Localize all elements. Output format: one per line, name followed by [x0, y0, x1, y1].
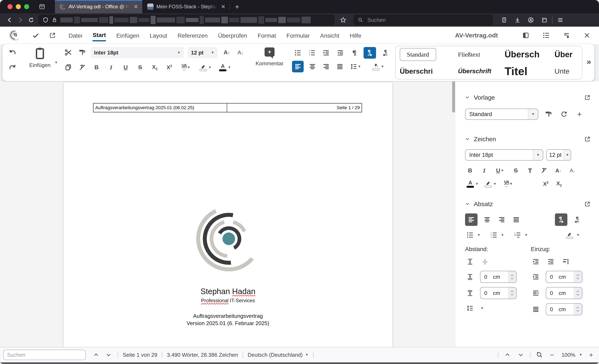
justify-icon[interactable]: [335, 62, 345, 71]
bullet-list-icon[interactable]: [293, 48, 303, 58]
tab-av-vertrag[interactable]: AV-Vertrag.odt - Office @ Hada ✕: [55, 0, 142, 13]
tab-close-icon[interactable]: ✕: [133, 4, 139, 10]
ribbon-expand-icon[interactable]: »: [587, 57, 591, 66]
grow-font-icon[interactable]: A↑: [553, 166, 563, 176]
word-count[interactable]: 3.490 Wörter, 28.386 Zeichen: [167, 352, 238, 358]
line-spacing-icon[interactable]: ▼: [349, 62, 363, 71]
highlight-color-icon[interactable]: ▼: [483, 179, 497, 189]
bold-icon[interactable]: B: [465, 166, 475, 176]
previous-page-icon[interactable]: [503, 350, 512, 359]
sidebar-font-size-combo[interactable]: 12 pt ▼: [546, 149, 571, 160]
collapse-chevron-icon[interactable]: [465, 95, 470, 100]
language-selector[interactable]: Deutsch (Deutschland): [248, 352, 303, 358]
formatting-marks-icon[interactable]: ¶: [349, 48, 359, 58]
popout-icon[interactable]: [584, 136, 591, 142]
address-bar[interactable]: [38, 15, 335, 25]
menu-layout[interactable]: Layout: [150, 30, 167, 41]
first-line-indent-spinner[interactable]: 0cm: [546, 303, 582, 315]
decrease-indent-icon[interactable]: [546, 257, 556, 267]
shadow-icon[interactable]: T: [525, 166, 535, 176]
chevron-down-icon[interactable]: ▼: [501, 233, 504, 237]
chevron-down-icon[interactable]: ▼: [477, 233, 480, 237]
section-absatz-header[interactable]: Absatz: [465, 201, 593, 208]
stepper-icons[interactable]: [574, 304, 582, 315]
menu-referenzen[interactable]: Referenzen: [178, 30, 208, 41]
decrease-indent-icon[interactable]: [335, 48, 345, 58]
stepper-icons[interactable]: [574, 271, 582, 283]
paste-button[interactable]: Einfügen: [27, 47, 53, 68]
collapse-chevron-icon[interactable]: [465, 136, 470, 142]
zoom-out-icon[interactable]: −: [547, 350, 556, 359]
chevron-down-icon[interactable]: ▼: [208, 51, 214, 54]
sidebar-toggle-icon[interactable]: [521, 31, 530, 40]
document-page[interactable]: Auftragsverarbeitungsvertrag 2025.01 (06…: [64, 82, 392, 347]
zoom-level[interactable]: 100%: [562, 352, 575, 358]
popout-icon[interactable]: [584, 201, 591, 207]
outline-list-icon[interactable]: [512, 230, 522, 240]
search-next-icon[interactable]: [104, 350, 113, 359]
forward-icon[interactable]: [15, 15, 26, 25]
close-document-icon[interactable]: [582, 31, 591, 40]
back-icon[interactable]: [4, 15, 15, 25]
menu-hilfe[interactable]: Hilfe: [350, 30, 361, 41]
chevron-down-icon[interactable]: ▼: [528, 109, 538, 119]
zoom-reset-icon[interactable]: [535, 350, 544, 359]
hanging-indent-icon[interactable]: [561, 257, 571, 267]
cover-version-block[interactable]: Auftragsverarbeitungsvertrag Version 202…: [64, 312, 392, 327]
section-vorlage-header[interactable]: Vorlage: [465, 94, 593, 101]
increase-indent-icon[interactable]: [321, 48, 331, 58]
superscript-icon[interactable]: X2: [541, 179, 551, 189]
menu-start[interactable]: Start: [93, 29, 106, 41]
style-ueberschrift-4[interactable]: Überschrift: [454, 68, 500, 75]
tab-close-icon[interactable]: ✕: [220, 4, 226, 10]
clone-formatting-icon[interactable]: [77, 47, 87, 57]
sidebar-font-name-combo[interactable]: Inter 18pt ▼: [465, 149, 543, 160]
rtl-paragraph-icon[interactable]: [380, 48, 390, 58]
rtl-paragraph-icon[interactable]: [572, 215, 582, 225]
macos-window-controls[interactable]: [0, 0, 35, 13]
grow-font-icon[interactable]: A↑: [222, 47, 232, 57]
numbered-list-icon[interactable]: [489, 230, 499, 240]
navigator-list-icon[interactable]: [542, 31, 551, 40]
stepper-icons[interactable]: [574, 287, 582, 299]
header-right-cell[interactable]: Seite 1 / 29: [227, 103, 362, 112]
increase-spacing-icon[interactable]: [465, 257, 475, 267]
account-icon[interactable]: [525, 15, 536, 25]
password-vault-icon[interactable]: [499, 15, 510, 25]
indent-after-spinner[interactable]: 0cm: [546, 287, 582, 299]
style-fliesstext[interactable]: Fließtext: [454, 51, 500, 58]
chevron-down-icon[interactable]: ▼: [174, 51, 181, 54]
cut-icon[interactable]: [63, 47, 73, 57]
header-left-cell[interactable]: Auftragsverarbeitungsvertrag 2025.01 (06…: [93, 103, 227, 112]
next-page-icon[interactable]: [516, 350, 525, 359]
refresh-style-icon[interactable]: [559, 109, 569, 119]
new-style-plus-icon[interactable]: +: [574, 109, 584, 119]
paragraph-highlight-icon[interactable]: [564, 230, 574, 240]
update-style-roller-icon[interactable]: [544, 109, 554, 119]
save-status-check-icon[interactable]: [31, 31, 40, 40]
shield-icon[interactable]: [43, 17, 49, 23]
browser-search-field[interactable]: [353, 15, 493, 25]
character-spacing-icon[interactable]: VA↔▼: [501, 179, 516, 189]
cover-title-block[interactable]: Stephan Hadan Professional IT-Services: [64, 287, 392, 303]
search-previous-icon[interactable]: [91, 350, 101, 359]
menu-formular[interactable]: Formular: [286, 30, 310, 41]
browser-search-input[interactable]: [366, 17, 489, 24]
minimize-window-button[interactable]: [16, 4, 21, 9]
document-canvas[interactable]: Auftragsverarbeitungsvertrag 2025.01 (06…: [0, 81, 456, 347]
undo-icon[interactable]: [8, 47, 18, 57]
chevron-down-icon[interactable]: ▼: [525, 233, 528, 237]
line-spacing-icon[interactable]: [465, 303, 475, 313]
underline-icon[interactable]: U: [121, 62, 131, 72]
downloads-icon[interactable]: [512, 15, 523, 25]
style-untertitel[interactable]: Unte: [550, 67, 580, 75]
shrink-font-icon[interactable]: A↓: [567, 166, 577, 176]
decrease-spacing-icon[interactable]: [480, 257, 490, 267]
ltr-paragraph-icon[interactable]: [555, 213, 567, 226]
menu-format[interactable]: Format: [258, 30, 276, 41]
chevron-down-icon[interactable]: ▼: [305, 353, 308, 357]
align-right-icon[interactable]: [497, 215, 507, 225]
resolved-comments-icon[interactable]: [562, 31, 571, 40]
align-center-icon[interactable]: [482, 215, 492, 225]
reload-icon[interactable]: [26, 15, 37, 25]
